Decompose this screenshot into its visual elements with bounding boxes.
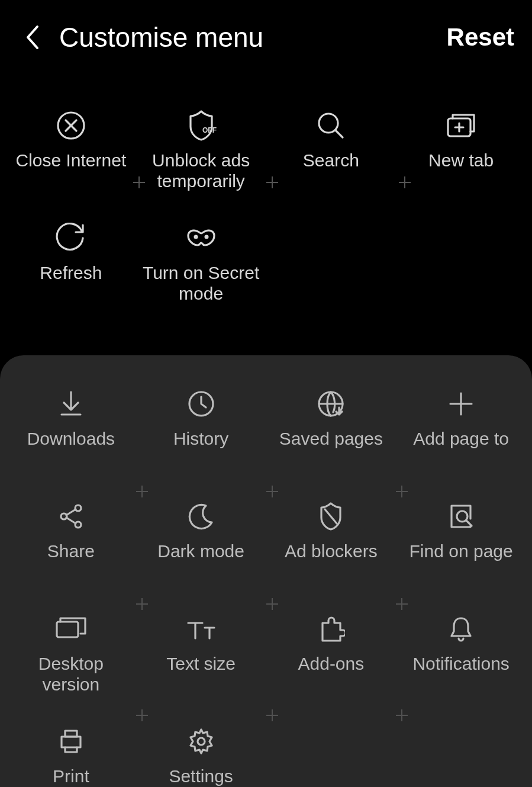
tile-label: Notifications [412,654,509,674]
tile-label: New tab [428,150,494,171]
svg-point-4 [194,235,198,239]
gear-icon [187,722,215,760]
tile-text-size[interactable]: Text size [136,604,266,717]
tile-close-internet[interactable]: Close Internet [6,101,136,213]
tile-find-on-page[interactable]: Find on page [396,492,526,604]
close-circle-icon [56,107,86,144]
tile-label: Downloads [27,429,115,449]
new-tab-icon [444,107,478,144]
globe-download-icon [317,385,345,423]
tile-ad-blockers[interactable]: Ad blockers [266,492,396,604]
tile-label: Settings [169,766,233,787]
clock-icon [187,385,215,423]
tile-new-tab[interactable]: New tab [396,101,526,213]
tile-refresh[interactable]: Refresh [6,213,136,326]
tile-label: Turn on Secret mode [142,263,260,304]
svg-point-5 [204,235,208,239]
tile-add-page-to[interactable]: Add page to [396,379,526,492]
shield-slash-icon [317,497,345,535]
plus-icon [447,385,475,423]
tile-label: Unblock ads temporarily [142,150,260,191]
search-icon [315,107,346,144]
tile-label: Close Internet [15,150,126,171]
back-button[interactable] [18,23,47,52]
chevron-left-icon [24,24,41,50]
tile-dark-mode[interactable]: Dark mode [136,492,266,604]
svg-rect-12 [57,622,78,637]
print-icon [57,722,85,760]
tile-label: Search [303,150,359,171]
tile-notifications[interactable]: Notifications [396,604,526,717]
tile-label: Print [53,766,89,787]
bottom-panel: Downloads History Saved pages Add page t… [0,355,532,787]
tile-settings[interactable]: Settings [136,717,266,787]
tile-share[interactable]: Share [6,492,136,604]
top-grid: Close Internet OFF Unblock ads temporari… [0,71,532,343]
tile-label: Text size [166,654,236,674]
tile-label: Saved pages [279,429,383,449]
tile-add-ons[interactable]: Add-ons [266,604,396,717]
page-title: Customise menu [59,21,447,53]
text-size-icon [185,610,218,648]
reset-button[interactable]: Reset [447,23,514,52]
tile-label: Ad blockers [285,541,378,562]
mask-icon [185,219,218,257]
puzzle-icon [317,610,345,648]
tile-label: Add page to [413,429,509,449]
tile-history[interactable]: History [136,379,266,492]
tile-secret-mode[interactable]: Turn on Secret mode [136,213,266,326]
download-icon [57,385,85,423]
moon-icon [187,497,215,535]
tile-search[interactable]: Search [266,101,396,213]
tile-label: Refresh [40,263,102,284]
tile-label: Find on page [410,541,513,562]
svg-point-13 [198,738,205,745]
refresh-icon [56,219,86,257]
tile-unblock-ads[interactable]: OFF Unblock ads temporarily [136,101,266,213]
tile-label: Add-ons [298,654,365,674]
tile-saved-pages[interactable]: Saved pages [266,379,396,492]
bottom-grid: Downloads History Saved pages Add page t… [6,379,526,787]
header: Customise menu Reset [0,0,532,71]
svg-text:OFF: OFF [202,126,217,134]
tile-label: Share [47,541,95,562]
tile-label: Desktop version [12,654,130,695]
tile-label: History [173,429,228,449]
tile-downloads[interactable]: Downloads [6,379,136,492]
tile-print[interactable]: Print [6,717,136,787]
share-icon [57,497,85,535]
desktop-icon [54,610,88,648]
tile-label: Dark mode [157,541,244,562]
shield-off-icon: OFF [186,107,217,144]
find-on-page-icon [447,497,475,535]
tile-desktop-version[interactable]: Desktop version [6,604,136,717]
bell-icon [447,610,475,648]
